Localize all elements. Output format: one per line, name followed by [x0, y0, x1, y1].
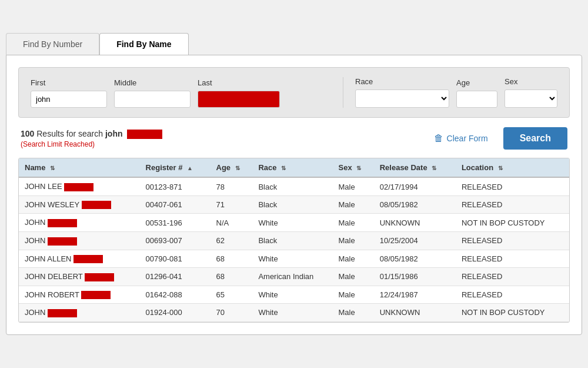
table-row[interactable]: JOHN ROBERT 01642-08865WhiteMale12/24/19…	[19, 286, 569, 304]
table-row[interactable]: JOHN WESLEY 00407-06171BlackMale08/05/19…	[19, 195, 569, 214]
age-input[interactable]	[456, 91, 497, 108]
sort-icon-location: ⇅	[498, 165, 503, 171]
col-age[interactable]: Age ⇅	[211, 158, 253, 177]
cell-age: 62	[211, 231, 253, 250]
table-row[interactable]: JOHN DELBERT 01296-04168American IndianM…	[19, 268, 569, 286]
first-input[interactable]	[31, 91, 107, 108]
cell-age: 68	[211, 250, 253, 268]
results-table-wrapper: Name ⇅ Register # ▲ Age ⇅ Race ⇅ Sex ⇅ R…	[18, 158, 570, 323]
cell-sex: Male	[333, 304, 374, 322]
cell-race: White	[252, 304, 332, 322]
cell-sex: Male	[333, 195, 374, 214]
cell-register: 01924-000	[140, 304, 211, 322]
col-location[interactable]: Location ⇅	[456, 158, 569, 177]
tab-find-by-name[interactable]: Find By Name	[99, 33, 188, 55]
results-info-block: 100 Results for search john (Search Limi…	[21, 129, 162, 148]
cell-sex: Male	[333, 214, 374, 232]
table-row[interactable]: JOHN ALLEN 00790-08168WhiteMale08/05/198…	[19, 250, 569, 268]
cell-race: American Indian	[252, 268, 332, 286]
table-header-row: Name ⇅ Register # ▲ Age ⇅ Race ⇅ Sex ⇅ R…	[19, 158, 569, 177]
sort-icon-age: ⇅	[235, 165, 240, 171]
race-field-group: Race Black White Hispanic Asian American…	[355, 77, 449, 108]
cell-age: 78	[211, 177, 253, 195]
cell-age: 70	[211, 304, 253, 322]
cell-register: 00407-061	[140, 195, 211, 214]
last-input[interactable]	[198, 91, 280, 108]
last-field-group: Last	[198, 78, 280, 108]
search-form: First Middle Last Race Black	[18, 67, 570, 118]
search-limit-message: (Search Limit Reached)	[21, 140, 162, 148]
cell-location: RELEASED	[456, 177, 569, 195]
age-field-group: Age	[456, 78, 497, 108]
outer-wrapper: Find By Number Find By Name First Middle…	[6, 33, 582, 335]
race-select[interactable]: Black White Hispanic Asian American Indi…	[355, 89, 449, 108]
tab-bar: Find By Number Find By Name	[6, 33, 582, 55]
cell-release-date: 08/05/1982	[374, 250, 456, 268]
sort-icon-race: ⇅	[281, 165, 286, 171]
search-button[interactable]: Search	[503, 127, 567, 150]
middle-field-group: Middle	[114, 78, 191, 108]
tab-find-by-number[interactable]: Find By Number	[6, 33, 99, 55]
name-fields: First Middle Last	[31, 78, 331, 108]
sort-icon-name: ⇅	[50, 165, 55, 171]
cell-sex: Male	[333, 177, 374, 195]
results-count-line: 100 Results for search john	[21, 129, 162, 139]
cell-sex: Male	[333, 268, 374, 286]
col-release-date[interactable]: Release Date ⇅	[374, 158, 456, 177]
cell-register: 00790-081	[140, 250, 211, 268]
redacted-last-name	[127, 130, 162, 139]
results-bar: 100 Results for search john (Search Limi…	[18, 127, 570, 150]
redacted-name-part	[64, 183, 93, 191]
sex-label: Sex	[505, 77, 557, 86]
cell-race: White	[252, 250, 332, 268]
redacted-name-part	[85, 273, 114, 281]
cell-register: 01642-088	[140, 286, 211, 304]
redacted-name-part	[74, 255, 103, 263]
table-row[interactable]: JOHN 00531-196N/AWhiteMaleUNKNOWNNOT IN …	[19, 214, 569, 232]
cell-register: 01296-041	[140, 268, 211, 286]
cell-location: NOT IN BOP CUSTODY	[456, 214, 569, 232]
clear-form-button[interactable]: 🗑 Clear Form	[426, 128, 496, 148]
cell-name: JOHN DELBERT	[19, 268, 140, 286]
table-scroll[interactable]: Name ⇅ Register # ▲ Age ⇅ Race ⇅ Sex ⇅ R…	[19, 158, 569, 322]
cell-name: JOHN	[19, 231, 140, 250]
first-label: First	[31, 78, 107, 87]
cell-location: RELEASED	[456, 250, 569, 268]
results-table: Name ⇅ Register # ▲ Age ⇅ Race ⇅ Sex ⇅ R…	[19, 158, 569, 322]
table-row[interactable]: JOHN 01924-00070WhiteMaleUNKNOWNNOT IN B…	[19, 304, 569, 322]
cell-register: 00123-871	[140, 177, 211, 195]
table-row[interactable]: JOHN 00693-00762BlackMale10/25/2004RELEA…	[19, 231, 569, 250]
cell-release-date: UNKNOWN	[374, 304, 456, 322]
cell-location: NOT IN BOP CUSTODY	[456, 304, 569, 322]
cell-name: JOHN ALLEN	[19, 250, 140, 268]
cell-location: RELEASED	[456, 286, 569, 304]
cell-register: 00531-196	[140, 214, 211, 232]
results-count: 100	[21, 129, 34, 138]
cell-sex: Male	[333, 286, 374, 304]
cell-release-date: 10/25/2004	[374, 231, 456, 250]
action-buttons: 🗑 Clear Form Search	[426, 127, 567, 150]
sort-icon-register: ▲	[187, 165, 193, 171]
col-register[interactable]: Register # ▲	[140, 158, 211, 177]
col-sex[interactable]: Sex ⇅	[333, 158, 374, 177]
cell-location: RELEASED	[456, 195, 569, 214]
redacted-name-part	[81, 291, 111, 299]
cell-race: Black	[252, 177, 332, 195]
col-name[interactable]: Name ⇅	[19, 158, 140, 177]
table-row[interactable]: JOHN LEE 00123-87178BlackMale02/17/1994R…	[19, 177, 569, 195]
cell-release-date: 08/05/1982	[374, 195, 456, 214]
sex-select[interactable]: Male Female	[505, 89, 557, 108]
redacted-name-part	[48, 309, 77, 317]
middle-input[interactable]	[114, 91, 191, 108]
sort-icon-sex: ⇅	[356, 165, 361, 171]
cell-age: N/A	[211, 214, 253, 232]
last-label: Last	[198, 78, 280, 87]
cell-sex: Male	[333, 250, 374, 268]
col-race[interactable]: Race ⇅	[252, 158, 332, 177]
redacted-name-part	[48, 219, 77, 227]
first-field-group: First	[31, 78, 107, 108]
cell-age: 65	[211, 286, 253, 304]
table-body: JOHN LEE 00123-87178BlackMale02/17/1994R…	[19, 177, 569, 321]
sex-field-group: Sex Male Female	[505, 77, 557, 108]
cell-race: White	[252, 214, 332, 232]
